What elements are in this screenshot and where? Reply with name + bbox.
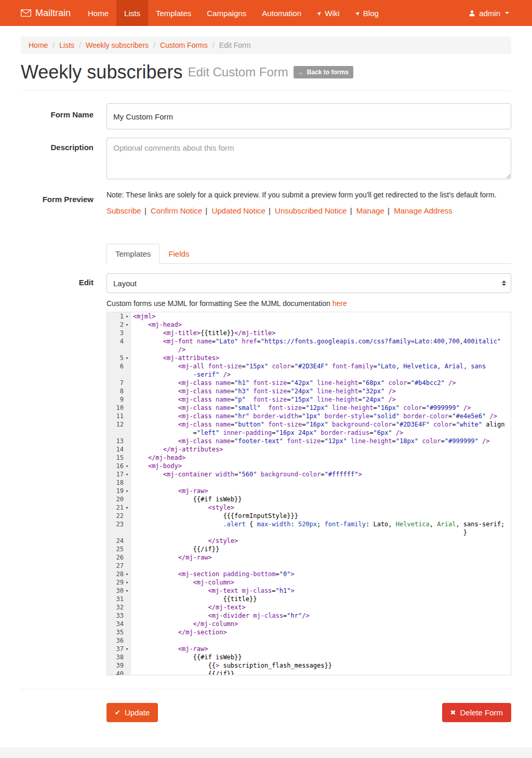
breadcrumb-custom-forms[interactable]: Custom Forms bbox=[160, 41, 208, 49]
user-menu[interactable]: admin bbox=[467, 0, 511, 26]
nav-item-home[interactable]: Home bbox=[80, 0, 116, 26]
editor-row: 24 </style> bbox=[107, 537, 511, 545]
code-line: <mj-font name="Lato" href="https://fonts… bbox=[131, 337, 501, 345]
code-line: <mj-class name="p" font-size="15px" line… bbox=[131, 395, 396, 404]
delete-form-button[interactable]: ✖ Delete Form bbox=[442, 703, 511, 722]
code-line: <mj-class name="hr" border-width="1px" b… bbox=[131, 412, 497, 420]
editor-row: 3 <mj-title>{{title}}</mj-title> bbox=[107, 329, 511, 337]
brand-link[interactable]: Mailtrain bbox=[21, 0, 80, 26]
select-value: Layout bbox=[113, 279, 137, 288]
nav-item-blog[interactable]: ➤Blog bbox=[348, 0, 387, 26]
editor-row: 31 {{title}} bbox=[107, 595, 511, 603]
fold-icon[interactable]: ▾ bbox=[124, 487, 130, 495]
line-number: 36 bbox=[107, 636, 131, 645]
editor-row: 22 {{{formInputStyle}}} bbox=[107, 512, 511, 520]
code-line: <mj-raw> bbox=[131, 645, 208, 653]
code-line: {{#if isWeb}} bbox=[131, 653, 242, 661]
editor-row: /> bbox=[107, 345, 511, 354]
code-line: <mj-class name="h1" font-size="42px" lin… bbox=[131, 379, 456, 387]
fold-icon[interactable]: ▾ bbox=[124, 321, 130, 329]
preview-link-manage[interactable]: Manage bbox=[349, 206, 384, 215]
editor-row: 28▾ <mj-section padding-bottom="0"> bbox=[107, 570, 511, 578]
preview-link-unsubscribed-notice[interactable]: Unsubscribed Notice bbox=[268, 206, 347, 215]
line-number: 9 bbox=[107, 395, 131, 404]
code-line: <mj-class name="h3" font-size="24px" lin… bbox=[131, 387, 396, 395]
line-number: 26 bbox=[107, 553, 131, 562]
code-line: <mj-attributes> bbox=[131, 354, 219, 362]
fold-icon[interactable]: ▾ bbox=[124, 578, 130, 587]
line-number: 37▾ bbox=[107, 645, 131, 653]
nav-item-templates[interactable]: Templates bbox=[148, 0, 199, 26]
code-line: </mj-section> bbox=[131, 628, 227, 636]
line-number: 22 bbox=[107, 512, 131, 520]
editor-row: 4 <mj-font name="Lato" href="https://fon… bbox=[107, 337, 511, 345]
preview-link-subscribe[interactable]: Subscribe bbox=[107, 206, 141, 215]
editor-row: 10 <mj-class name="small" font-size="12p… bbox=[107, 404, 511, 412]
x-icon: ✖ bbox=[450, 709, 456, 716]
code-line: {{title}} bbox=[131, 595, 257, 603]
edit-label: Edit bbox=[21, 273, 94, 675]
fold-icon[interactable]: ▾ bbox=[124, 470, 130, 478]
code-line: <mj-head> bbox=[131, 321, 182, 329]
breadcrumb-list-name[interactable]: Weekly subscribers bbox=[86, 41, 149, 49]
code-line: {{/if}} bbox=[131, 670, 234, 675]
nav-item-automation[interactable]: Automation bbox=[254, 0, 309, 26]
code-line: <mj-divider mj-class="hr"/> bbox=[131, 611, 310, 620]
breadcrumb-current: Edit Form bbox=[208, 41, 251, 49]
editor-row: 27 bbox=[107, 562, 511, 570]
code-line: <mj-container width="560" background-col… bbox=[131, 470, 362, 478]
code-line: {{{formInputStyle}}} bbox=[131, 512, 298, 520]
update-button[interactable]: ✔ Update bbox=[107, 703, 158, 722]
nav-item-lists[interactable]: Lists bbox=[116, 0, 148, 26]
editor-row: 15 </mj-head> bbox=[107, 454, 511, 462]
line-number: 23 bbox=[107, 520, 131, 528]
line-number: 8 bbox=[107, 387, 131, 395]
fold-icon[interactable]: ▾ bbox=[124, 503, 130, 512]
code-line: /> bbox=[131, 345, 185, 354]
fold-icon[interactable]: ▾ bbox=[124, 462, 130, 470]
code-editor[interactable]: 1▾<mjml>2▾ <mj-head>3 <mj-title>{{title}… bbox=[107, 312, 511, 675]
editor-row: 26 </mj-raw> bbox=[107, 553, 511, 562]
line-number: 32 bbox=[107, 603, 131, 611]
editor-row: 18 bbox=[107, 478, 511, 487]
fold-icon[interactable]: ▾ bbox=[124, 645, 130, 653]
nav-item-campaigns[interactable]: Campaigns bbox=[199, 0, 254, 26]
fold-icon[interactable]: ▾ bbox=[124, 354, 130, 362]
code-line: } bbox=[131, 528, 467, 537]
form-name-input[interactable] bbox=[107, 103, 511, 129]
code-line: <mj-section padding-bottom="0"> bbox=[131, 570, 295, 578]
breadcrumb-lists[interactable]: Lists bbox=[59, 41, 74, 49]
fold-icon[interactable]: ▾ bbox=[124, 587, 130, 595]
mjml-docs-link[interactable]: here bbox=[332, 299, 347, 308]
back-to-forms-button[interactable]: ← Back to forms bbox=[294, 66, 353, 78]
fold-icon[interactable]: ▾ bbox=[124, 570, 130, 578]
editor-row: 35 </mj-section> bbox=[107, 628, 511, 636]
code-line: </style> bbox=[131, 537, 238, 545]
line-number: 7 bbox=[107, 379, 131, 387]
code-line: <mj-text mj-class="h1"> bbox=[131, 587, 295, 595]
code-line: </mj-attributes> bbox=[131, 445, 223, 454]
description-textarea[interactable] bbox=[107, 138, 511, 179]
code-line: {{/if}} bbox=[131, 545, 219, 553]
tab-fields[interactable]: Fields bbox=[159, 244, 198, 264]
preview-link-updated-notice[interactable]: Updated Notice bbox=[204, 206, 265, 215]
line-number: 39 bbox=[107, 661, 131, 670]
line-number bbox=[107, 345, 131, 354]
check-icon: ✔ bbox=[115, 709, 121, 716]
line-number: 3 bbox=[107, 329, 131, 337]
edit-template-select[interactable]: Layout bbox=[107, 273, 511, 293]
fold-icon[interactable]: ▾ bbox=[124, 312, 130, 321]
editor-row: 21▾ <style> bbox=[107, 503, 511, 512]
line-number: 2▾ bbox=[107, 321, 131, 329]
code-line: {{> subscription_flash_messages}} bbox=[131, 661, 332, 670]
code-line: <mj-column> bbox=[131, 578, 234, 587]
form-tabs: Templates Fields bbox=[107, 244, 511, 264]
editor-rows: 1▾<mjml>2▾ <mj-head>3 <mj-title>{{title}… bbox=[107, 312, 511, 675]
nav-item-wiki[interactable]: ➤Wiki bbox=[309, 0, 348, 26]
preview-link-confirm-notice[interactable]: Confirm Notice bbox=[143, 206, 202, 215]
tab-templates[interactable]: Templates bbox=[107, 244, 159, 264]
breadcrumb-home[interactable]: Home bbox=[29, 41, 48, 49]
preview-link-manage-address[interactable]: Manage Address bbox=[387, 206, 453, 215]
editor-row: -serif" /> bbox=[107, 370, 511, 379]
code-line: <mjml> bbox=[131, 312, 155, 321]
